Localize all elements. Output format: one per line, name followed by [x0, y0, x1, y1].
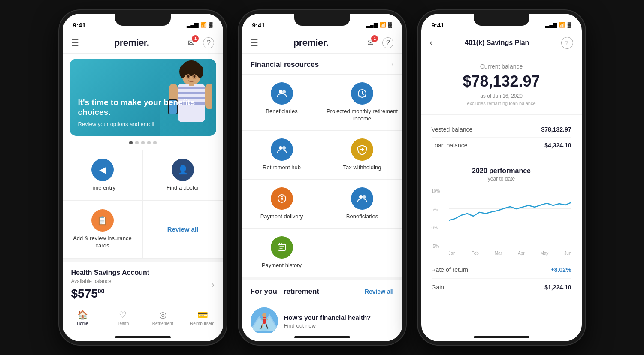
- tab-home[interactable]: 🏠 Home: [63, 310, 103, 326]
- resource-payment-delivery[interactable]: $ Payment delivery: [242, 180, 322, 229]
- resources-grid: Beneficiaries Projected monthly retireme…: [242, 74, 402, 277]
- health-icon: ♡: [119, 310, 127, 320]
- for-you-header: For you - retirement Review all: [242, 277, 402, 301]
- battery-icon-2: ▓: [388, 22, 392, 28]
- gain-value: $1,224.10: [544, 284, 571, 291]
- retirement-icon: ◎: [159, 310, 166, 320]
- quick-item-review-all[interactable]: Review all: [143, 201, 223, 259]
- tax-withholding-label: Tax withholding: [343, 164, 381, 171]
- rate-of-return-label: Rate of return: [432, 266, 469, 273]
- resource-payment-history[interactable]: Payment history: [242, 229, 322, 277]
- resource-beneficiaries-2[interactable]: Beneficiaries: [322, 180, 402, 229]
- insurance-icon: 📋: [91, 209, 114, 232]
- perf-subtitle: year to date: [432, 176, 571, 182]
- dot-1[interactable]: [129, 141, 133, 144]
- phone-3: 9:41 ▂▄▆ 📶 ▓ ‹ 401(k) Savings Plan ? Cur…: [418, 10, 585, 345]
- svg-point-26: [363, 195, 366, 199]
- card-subtitle: Find out now: [284, 322, 394, 329]
- hsa-section[interactable]: Health Savings Account Available balance…: [63, 259, 223, 306]
- dot-4[interactable]: [147, 141, 151, 144]
- home-indicator-1: [63, 333, 223, 341]
- mail-badge-2: 1: [371, 35, 378, 42]
- chart-inner: [449, 189, 571, 249]
- payment-history-label: Payment history: [262, 262, 302, 269]
- status-time-2: 9:41: [252, 21, 265, 29]
- tab-health-label: Health: [116, 321, 129, 326]
- hsa-chevron-icon: ›: [212, 280, 215, 289]
- card-thumbnail: [251, 307, 278, 333]
- financial-resources-header: Financial resources ›: [242, 54, 402, 74]
- phone-2: 9:41 ▂▄▆ 📶 ▓ ☰ premier. ✉ 1 ? Financial …: [239, 10, 406, 345]
- mail-button-1[interactable]: ✉ 1: [184, 36, 198, 50]
- home-bar-1: [115, 336, 171, 338]
- vested-balance-row: Vested balance $78,132.97: [432, 122, 571, 138]
- svg-rect-17: [189, 83, 194, 86]
- menu-button-2[interactable]: ☰: [251, 38, 258, 48]
- help-button-1[interactable]: ?: [203, 37, 214, 48]
- mail-button-2[interactable]: ✉ 1: [363, 36, 377, 50]
- resource-beneficiaries-1[interactable]: Beneficiaries: [242, 75, 322, 131]
- svg-point-19: [282, 90, 286, 93]
- hsa-dollars: $575: [71, 287, 98, 300]
- financial-health-card[interactable]: How's your financial health? Find out no…: [242, 301, 402, 333]
- dot-5[interactable]: [153, 141, 157, 144]
- help-circle-button[interactable]: ?: [561, 37, 573, 49]
- x-label-feb: Feb: [472, 251, 479, 256]
- y-label-5: 5%: [432, 207, 447, 212]
- card-text: How's your financial health? Find out no…: [284, 314, 394, 329]
- quick-actions-grid: ◀ Time entry 👤 Find a doctor 📋 Add & rev…: [63, 150, 223, 259]
- quick-item-find-doctor[interactable]: 👤 Find a doctor: [143, 150, 223, 201]
- page-title: 401(k) Savings Plan: [465, 39, 529, 47]
- hsa-row: Health Savings Account Available balance…: [71, 269, 215, 301]
- help-button-2[interactable]: ?: [382, 37, 393, 48]
- loan-balance-label: Loan balance: [432, 142, 468, 149]
- hsa-cents: 00: [98, 287, 105, 294]
- balance-section: Current balance $78,132.97 as of Jun 16,…: [421, 54, 582, 115]
- page-header-3: ‹ 401(k) Savings Plan ?: [421, 33, 582, 54]
- chart-x-labels: Jan Feb Mar Apr May Jun: [449, 249, 571, 257]
- perf-title: 2020 performance: [432, 167, 571, 175]
- beneficiaries-1-icon: [271, 82, 293, 105]
- quick-item-time-entry[interactable]: ◀ Time entry: [63, 150, 143, 201]
- wifi-icon: 📶: [200, 22, 207, 28]
- notch-3: [474, 14, 529, 26]
- insurance-label: Add & review insurance cards: [67, 235, 138, 250]
- nav-icons-2: ✉ 1 ?: [363, 36, 393, 50]
- banner-title: It's time to make your benefits choices.: [78, 98, 208, 117]
- tab-bar-1: 🏠 Home ♡ Health ◎ Retirement 💳 Reimburse…: [63, 306, 223, 333]
- review-all-link[interactable]: Review all: [365, 288, 394, 295]
- chart-y-labels: 10% 5% 0% -5%: [432, 189, 447, 249]
- gain-row: Gain $1,224.10: [432, 279, 571, 296]
- dot-2[interactable]: [135, 141, 139, 144]
- status-time-3: 9:41: [432, 21, 444, 29]
- x-label-mar: Mar: [495, 251, 502, 256]
- y-label-10: 10%: [432, 189, 447, 193]
- x-label-jun: Jun: [564, 251, 571, 256]
- nav-bar-2: ☰ premier. ✉ 1 ?: [242, 33, 402, 54]
- status-icons-1: ▂▄▆ 📶 ▓: [187, 22, 212, 28]
- back-button[interactable]: ‹: [430, 37, 433, 48]
- perf-stats: Rate of return +8.02% Gain $1,224.10: [432, 261, 571, 296]
- status-icons-2: ▂▄▆ 📶 ▓: [366, 22, 392, 28]
- balance-amount: $78,132.97: [432, 72, 571, 90]
- resource-tax-withholding[interactable]: Tax withholding: [322, 131, 402, 180]
- tab-health[interactable]: ♡ Health: [103, 310, 143, 326]
- svg-point-25: [359, 195, 363, 199]
- tax-withholding-icon: [351, 138, 373, 161]
- rate-of-return-value: +8.02%: [551, 266, 571, 273]
- resource-projected-retirement[interactable]: Projected monthly retirement income: [322, 75, 402, 131]
- home-indicator-3: [421, 333, 582, 341]
- svg-text:$: $: [280, 196, 283, 202]
- performance-chart: 10% 5% 0% -5%: [432, 189, 571, 257]
- quick-item-insurance[interactable]: 📋 Add & review insurance cards: [63, 201, 143, 259]
- resource-retirement-hub[interactable]: Retirement hub: [242, 131, 322, 180]
- card-title: How's your financial health?: [284, 314, 394, 321]
- menu-button-1[interactable]: ☰: [71, 38, 79, 48]
- svg-point-3: [197, 65, 203, 78]
- svg-point-29: [262, 313, 266, 317]
- x-label-may: May: [540, 251, 548, 256]
- loan-balance-row: Loan balance $4,324.10: [432, 138, 571, 153]
- dot-3[interactable]: [141, 141, 145, 144]
- tab-retirement[interactable]: ◎ Retirement: [143, 310, 183, 326]
- tab-reimbursement[interactable]: 💳 Reimbursem.: [183, 310, 223, 326]
